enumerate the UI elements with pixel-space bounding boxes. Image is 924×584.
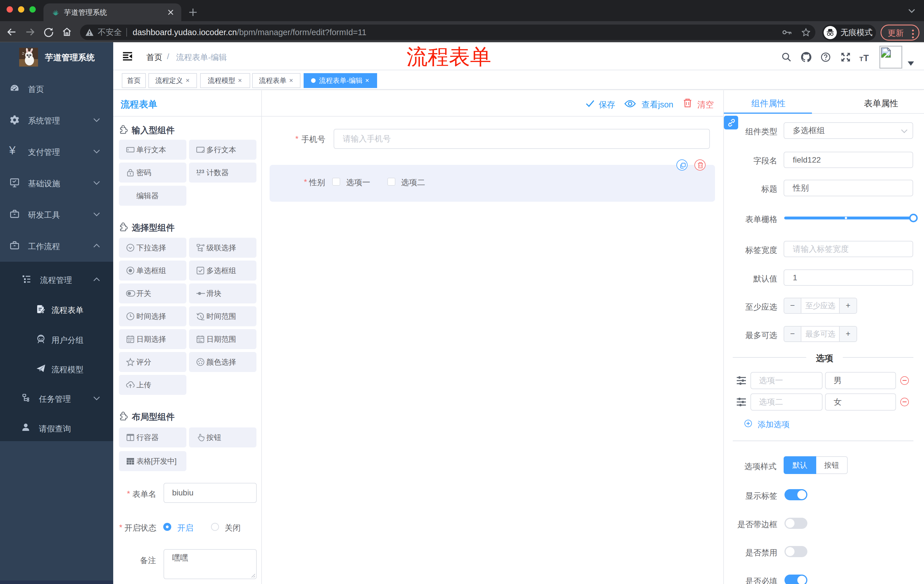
svg-text:T: T (860, 56, 863, 62)
svg-text:123: 123 (196, 169, 204, 174)
svg-text:T: T (863, 53, 869, 62)
